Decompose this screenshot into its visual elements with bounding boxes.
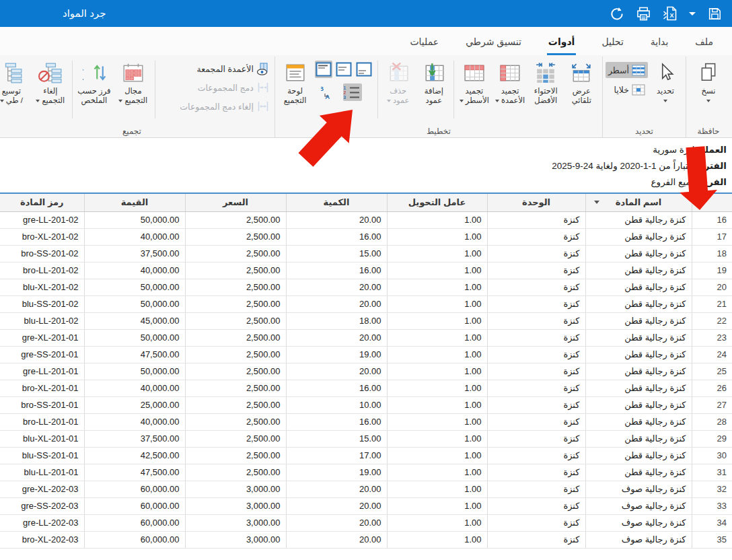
export-dropdown-caret[interactable] bbox=[689, 5, 696, 22]
export-excel-icon[interactable]: X bbox=[662, 5, 678, 22]
cell-qty[interactable]: 16.00 bbox=[286, 262, 387, 279]
cell-price[interactable]: 2,500.00 bbox=[185, 363, 286, 380]
cell-price[interactable]: 2,500.00 bbox=[185, 464, 286, 481]
table-row[interactable]: 22كنزة رجالية قطنكنزة1.0018.002,500.0045… bbox=[0, 312, 732, 329]
cell-name[interactable]: كنزة رجالية قطن bbox=[585, 447, 692, 464]
cell-price[interactable]: 2,500.00 bbox=[185, 430, 286, 447]
cell-row_num[interactable]: 32 bbox=[692, 481, 732, 497]
cell-value[interactable]: 40,000.00 bbox=[84, 413, 185, 430]
table-row[interactable]: 29كنزة رجالية قطنكنزة1.0015.002,500.0037… bbox=[0, 430, 732, 447]
cell-value[interactable]: 47,500.00 bbox=[84, 346, 185, 363]
cell-value[interactable]: 42,500.00 bbox=[84, 447, 185, 464]
cell-code[interactable]: bro-SS-201-02 bbox=[0, 245, 84, 262]
cell-value[interactable]: 25,000.00 bbox=[84, 396, 185, 413]
select-button[interactable]: تحديد bbox=[648, 58, 683, 123]
cell-value[interactable]: 60,000.00 bbox=[84, 497, 185, 514]
cell-name[interactable]: كنزة رجالية صوف bbox=[585, 531, 692, 548]
column-header-qty[interactable]: الكمية bbox=[286, 194, 387, 211]
freeze-rows-button[interactable]: تجميدالأسطر bbox=[456, 58, 492, 123]
add-column-button[interactable]: إضافةعمود bbox=[416, 58, 451, 123]
column-header-code[interactable]: رمز المادة bbox=[0, 194, 84, 211]
cell-qty[interactable]: 20.00 bbox=[286, 497, 387, 514]
cell-unit[interactable]: كنزة bbox=[487, 481, 585, 497]
tab-file[interactable]: ملف bbox=[694, 31, 715, 55]
cell-qty[interactable]: 17.00 bbox=[286, 447, 387, 464]
sort-alphabetical-button[interactable]: ABA bbox=[320, 83, 339, 101]
cell-name[interactable]: كنزة رجالية قطن bbox=[585, 211, 692, 228]
unmerge-groups-button[interactable]: إلغاء دمج المجموعات bbox=[157, 98, 272, 114]
cell-unit[interactable]: كنزة bbox=[487, 430, 585, 447]
auto-width-button[interactable]: عرضتلقائي bbox=[564, 58, 599, 123]
cell-code[interactable]: gre-LL-202-03 bbox=[0, 514, 84, 531]
cell-value[interactable]: 40,000.00 bbox=[84, 262, 185, 279]
cell-price[interactable]: 2,500.00 bbox=[185, 346, 286, 363]
cell-price[interactable]: 2,500.00 bbox=[185, 295, 286, 312]
cell-price[interactable]: 2,500.00 bbox=[185, 413, 286, 430]
cell-row_num[interactable]: 21 bbox=[692, 295, 732, 312]
select-cells-toggle[interactable]: خلايا bbox=[606, 81, 648, 98]
cell-name[interactable]: كنزة رجالية قطن bbox=[585, 228, 692, 245]
ungroup-button[interactable]: إلغاءالتجميع bbox=[31, 58, 70, 123]
cell-name[interactable]: كنزة رجالية قطن bbox=[585, 430, 692, 447]
cell-unit[interactable]: كنزة bbox=[487, 211, 585, 228]
table-row[interactable]: 25كنزة رجالية قطنكنزة1.0020.002,500.0050… bbox=[0, 363, 732, 380]
cell-row_num[interactable]: 29 bbox=[692, 430, 732, 447]
cell-row_num[interactable]: 18 bbox=[692, 245, 732, 262]
cell-qty[interactable]: 19.00 bbox=[286, 464, 387, 481]
cell-qty[interactable]: 16.00 bbox=[286, 228, 387, 245]
cell-price[interactable]: 2,500.00 bbox=[185, 380, 286, 396]
cell-row_num[interactable]: 34 bbox=[692, 514, 732, 531]
cell-row_num[interactable]: 28 bbox=[692, 413, 732, 430]
cell-conversion[interactable]: 1.00 bbox=[387, 396, 487, 413]
cell-name[interactable]: كنزة رجالية صوف bbox=[585, 481, 692, 497]
cell-value[interactable]: 60,000.00 bbox=[84, 514, 185, 531]
cell-unit[interactable]: كنزة bbox=[487, 312, 585, 329]
cell-code[interactable]: bro-XL-202-03 bbox=[0, 531, 84, 548]
select-rows-toggle[interactable]: أسطر bbox=[606, 62, 648, 78]
cell-name[interactable]: كنزة رجالية صوف bbox=[585, 514, 692, 531]
cell-qty[interactable]: 16.00 bbox=[286, 413, 387, 430]
grouped-columns-button[interactable]: الأعمدة المجمعة bbox=[157, 61, 272, 77]
cell-unit[interactable]: كنزة bbox=[487, 531, 585, 548]
cell-value[interactable]: 60,000.00 bbox=[84, 531, 185, 548]
cell-conversion[interactable]: 1.00 bbox=[387, 363, 487, 380]
column-header-name[interactable]: اسم المادة bbox=[585, 194, 692, 211]
cell-conversion[interactable]: 1.00 bbox=[387, 346, 487, 363]
cell-code[interactable]: gre-SS-202-03 bbox=[0, 497, 84, 514]
cell-qty[interactable]: 19.00 bbox=[286, 346, 387, 363]
table-row[interactable]: 35كنزة رجالية صوفكنزة1.0020.003,000.0060… bbox=[0, 531, 732, 548]
cell-conversion[interactable]: 1.00 bbox=[387, 430, 487, 447]
table-row[interactable]: 33كنزة رجالية صوفكنزة1.0020.003,000.0060… bbox=[0, 497, 732, 514]
cell-name[interactable]: كنزة رجالية قطن bbox=[585, 413, 692, 430]
cell-conversion[interactable]: 1.00 bbox=[387, 447, 487, 464]
cell-code[interactable]: bro-LL-201-02 bbox=[0, 262, 84, 279]
cell-unit[interactable]: كنزة bbox=[487, 413, 585, 430]
cell-row_num[interactable]: 22 bbox=[692, 312, 732, 329]
cell-value[interactable]: 60,000.00 bbox=[84, 481, 185, 497]
cell-price[interactable]: 2,500.00 bbox=[185, 279, 286, 295]
cell-code[interactable]: blu-LL-201-01 bbox=[0, 464, 84, 481]
table-row[interactable]: 21كنزة رجالية قطنكنزة1.0020.002,500.0050… bbox=[0, 295, 732, 312]
cell-price[interactable]: 3,000.00 bbox=[185, 497, 286, 514]
table-row[interactable]: 17كنزة رجالية قطنكنزة1.0016.002,500.0040… bbox=[0, 228, 732, 245]
cell-row_num[interactable]: 27 bbox=[692, 396, 732, 413]
cell-name[interactable]: كنزة رجالية قطن bbox=[585, 262, 692, 279]
cell-unit[interactable]: كنزة bbox=[487, 346, 585, 363]
cell-code[interactable]: gre-XL-202-03 bbox=[0, 481, 84, 497]
cell-qty[interactable]: 20.00 bbox=[286, 211, 387, 228]
cell-unit[interactable]: كنزة bbox=[487, 329, 585, 346]
sort-by-summary-button[interactable]: Σ فرز حسبالملخص bbox=[75, 58, 114, 123]
cell-price[interactable]: 2,500.00 bbox=[185, 447, 286, 464]
best-fit-button[interactable]: الاحتواءالأفضل bbox=[528, 58, 564, 123]
cell-value[interactable]: 45,000.00 bbox=[84, 312, 185, 329]
cell-price[interactable]: 3,000.00 bbox=[185, 531, 286, 548]
cell-row_num[interactable]: 26 bbox=[692, 380, 732, 396]
cell-value[interactable]: 50,000.00 bbox=[84, 295, 185, 312]
cell-qty[interactable]: 20.00 bbox=[286, 329, 387, 346]
delete-column-button[interactable]: حذفعمود bbox=[380, 58, 416, 123]
cell-conversion[interactable]: 1.00 bbox=[387, 312, 487, 329]
table-row[interactable]: 28كنزة رجالية قطنكنزة1.0016.002,500.0040… bbox=[0, 413, 732, 430]
cell-qty[interactable]: 20.00 bbox=[286, 531, 387, 548]
cell-row_num[interactable]: 24 bbox=[692, 346, 732, 363]
cell-row_num[interactable]: 31 bbox=[692, 464, 732, 481]
